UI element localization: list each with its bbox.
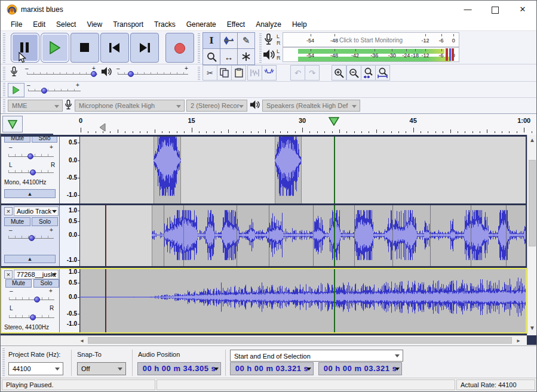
pause-button[interactable] — [11, 33, 39, 63]
skip-to-start-button[interactable] — [100, 33, 129, 63]
track3-waveform[interactable] — [80, 269, 526, 332]
maximize-button[interactable] — [481, 1, 509, 18]
silence-audio-button[interactable] — [262, 65, 277, 81]
recording-device-dropdown[interactable]: Microphone (Realtek High — [75, 100, 185, 112]
record-meter[interactable]: Click to Start Monitoring -54-48-12-60 — [283, 32, 459, 47]
undo-button[interactable]: ↶ — [290, 65, 305, 81]
transport-toolbar-grip[interactable] — [3, 33, 5, 63]
menu-item-effect[interactable]: Effect — [222, 19, 250, 30]
device-toolbar-grip[interactable] — [3, 99, 5, 112]
meter-toolbar-grip[interactable] — [259, 33, 262, 63]
title-bar[interactable]: marxist blues — ✕ — [1, 1, 536, 18]
track1-collapse-button[interactable]: ▲ — [4, 189, 56, 198]
selection-tool-button[interactable]: I — [202, 32, 220, 49]
track2-collapse-button[interactable]: ▲ — [4, 255, 56, 263]
track2-mute-button[interactable]: Mute — [4, 217, 30, 226]
selection-start-field[interactable]: 00 h 00 m 03.321 s — [230, 362, 314, 375]
cut-button[interactable]: ✂ — [202, 65, 217, 81]
close-button[interactable]: ✕ — [509, 1, 536, 18]
scroll-right-arrow[interactable]: ▸ — [514, 337, 523, 344]
zoom-in-button[interactable] — [332, 65, 346, 81]
menu-item-transport[interactable]: Transport — [108, 19, 149, 30]
envelope-tool-button[interactable] — [220, 32, 238, 49]
fit-selection-button[interactable] — [361, 65, 376, 81]
trim-audio-button[interactable] — [247, 65, 262, 81]
copy-button[interactable] — [217, 65, 232, 81]
menu-item-select[interactable]: Select — [51, 19, 81, 30]
track3-gain-thumb[interactable] — [34, 297, 40, 303]
track1-gain-thumb[interactable] — [27, 153, 33, 159]
scroll-left-arrow[interactable]: ◂ — [78, 337, 86, 344]
playback-speed-slider[interactable] — [28, 91, 81, 91]
record-meter-mic-icon[interactable] — [264, 33, 273, 46]
selection-toolbar-grip[interactable] — [2, 348, 5, 376]
ruler-cursor-marker[interactable] — [100, 124, 106, 131]
track2-vertical-scale[interactable]: 1.00.50.0-1.0 — [60, 205, 80, 266]
menu-item-view[interactable]: View — [81, 19, 108, 30]
track3-control-panel[interactable]: × 77268__juskt Mute Solo – + L R Stereo,… — [2, 269, 60, 332]
audio-position-field[interactable]: 00 h 00 m 34.305 s — [137, 362, 221, 375]
selection-end-field[interactable]: 00 h 00 m 03.321 s — [318, 362, 402, 375]
track3-pan-thumb[interactable] — [30, 314, 36, 320]
track1-waveform[interactable] — [80, 137, 526, 203]
multi-tool-button[interactable] — [237, 48, 255, 65]
recording-channels-dropdown[interactable]: 2 (Stereo) Recor — [186, 100, 247, 112]
menu-item-generate[interactable]: Generate — [181, 19, 222, 30]
scroll-down-arrow[interactable]: ▼ — [529, 325, 536, 331]
edit-toolbar-grip[interactable] — [198, 66, 200, 80]
fit-project-button[interactable] — [375, 65, 390, 81]
play-at-speed-button[interactable] — [8, 83, 24, 97]
menu-item-tracks[interactable]: Tracks — [149, 19, 181, 30]
playback-device-dropdown[interactable]: Speakers (Realtek High Def — [262, 100, 360, 112]
recording-volume-thumb[interactable] — [91, 71, 97, 77]
transcription-toolbar-grip[interactable] — [3, 83, 5, 96]
recording-volume-slider[interactable] — [27, 74, 97, 75]
track1-vertical-scale[interactable]: 0.50.0-0.5-1.0 — [60, 137, 80, 203]
horizontal-scrollbar-thumb[interactable] — [88, 337, 512, 344]
track3-solo-button[interactable]: Solo — [33, 279, 59, 288]
playback-volume-thumb[interactable] — [128, 71, 134, 77]
skip-to-end-button[interactable] — [130, 33, 159, 63]
play-meter-speaker-icon[interactable] — [263, 49, 275, 60]
track1-mute-button[interactable]: Mute — [4, 137, 30, 143]
track2-close-button[interactable]: × — [4, 207, 13, 215]
track1-pan-thumb[interactable] — [30, 169, 36, 175]
minimize-button[interactable]: — — [454, 1, 481, 18]
playhead-marker[interactable] — [329, 117, 339, 126]
snap-to-dropdown[interactable]: Off — [77, 362, 126, 375]
scroll-up-arrow[interactable]: ▲ — [529, 137, 536, 143]
track1-solo-button[interactable]: Solo — [32, 137, 57, 143]
playback-speed-thumb[interactable] — [41, 88, 47, 94]
track3-title-dropdown[interactable]: 77268__juskt — [14, 270, 59, 279]
track2-title-dropdown[interactable]: Audio Track — [14, 206, 59, 216]
menu-item-help[interactable]: Help — [287, 19, 312, 30]
redo-button[interactable]: ↷ — [305, 65, 320, 81]
time-shift-tool-button[interactable]: ↔ — [220, 48, 238, 65]
mixer-toolbar-grip[interactable] — [3, 66, 5, 80]
track3-close-button[interactable]: × — [4, 270, 13, 279]
zoom-tool-button[interactable] — [202, 48, 220, 65]
draw-tool-button[interactable]: ✎ — [237, 32, 255, 49]
timeline-ruler[interactable]: 01530451:00 — [53, 115, 537, 135]
zoom-out-button[interactable] — [346, 65, 361, 81]
track2-solo-button[interactable]: Solo — [32, 217, 58, 226]
timeline-options-button[interactable] — [2, 116, 23, 132]
stop-button[interactable] — [70, 33, 99, 63]
track3-gain-slider[interactable] — [9, 300, 54, 300]
vertical-scrollbar[interactable]: ▲ ▼ — [527, 135, 536, 335]
menu-item-file[interactable]: File — [5, 19, 27, 30]
horizontal-scrollbar[interactable]: ◂ ▸ — [1, 335, 527, 345]
vertical-scrollbar-thumb[interactable] — [529, 160, 536, 246]
play-button[interactable] — [41, 33, 69, 63]
menu-item-edit[interactable]: Edit — [27, 19, 51, 30]
track2-control-panel[interactable]: × Audio Track Mute Solo – + ▲ — [1, 205, 60, 266]
track1-control-panel[interactable]: Mute Solo – + L R Mono, 44100Hz ▲ — [1, 137, 60, 203]
play-meter[interactable]: -54-48-42-36-30-24-18-12-60 — [283, 47, 459, 62]
menu-item-analyze[interactable]: Analyze — [250, 19, 287, 30]
paste-button[interactable] — [231, 65, 246, 81]
record-button[interactable] — [165, 33, 194, 63]
tools-toolbar-grip[interactable] — [198, 33, 200, 63]
track2-waveform[interactable] — [80, 205, 526, 266]
audio-host-dropdown[interactable]: MME — [8, 100, 63, 112]
selection-mode-dropdown[interactable]: Start and End of Selection — [230, 350, 403, 362]
